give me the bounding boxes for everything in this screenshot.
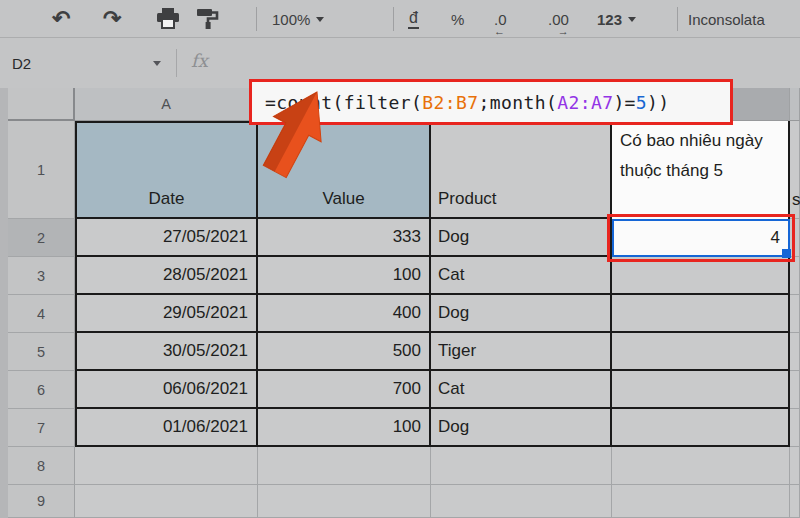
cell-c1[interactable]: Product bbox=[431, 121, 612, 219]
toolbar-divider bbox=[256, 7, 257, 31]
font-select[interactable]: Inconsolata bbox=[688, 0, 800, 38]
cell-e2[interactable] bbox=[790, 219, 800, 257]
undo-button[interactable]: ↶ bbox=[52, 0, 70, 38]
print-button[interactable] bbox=[156, 0, 180, 38]
cell-a3[interactable]: 28/05/2021 bbox=[75, 257, 258, 295]
row-header-7[interactable]: 7 bbox=[8, 409, 75, 447]
decrease-decimal-button[interactable]: .0← bbox=[494, 0, 507, 38]
cell-a4[interactable]: 29/05/2021 bbox=[75, 295, 258, 333]
percent-icon: % bbox=[451, 11, 464, 28]
cell-b3[interactable]: 100 bbox=[258, 257, 431, 295]
decrease-decimal-icon: .0← bbox=[494, 11, 507, 28]
zoom-label: 100% bbox=[272, 11, 310, 28]
row-header-6[interactable]: 6 bbox=[8, 371, 75, 409]
cell-b8[interactable] bbox=[258, 447, 431, 485]
cell-c7[interactable]: Dog bbox=[431, 409, 612, 447]
cell-c5[interactable]: Tiger bbox=[431, 333, 612, 371]
cell-d8[interactable] bbox=[612, 447, 790, 485]
currency-format-button[interactable]: đ bbox=[408, 0, 419, 38]
chevron-down-icon bbox=[316, 17, 324, 22]
cell-c9[interactable] bbox=[431, 485, 612, 518]
window-edge bbox=[0, 88, 8, 518]
cell-c3[interactable]: Cat bbox=[431, 257, 612, 295]
percent-format-button[interactable]: % bbox=[451, 0, 464, 38]
increase-decimal-icon: .00→ bbox=[548, 11, 569, 28]
formula-segment: ;month( bbox=[479, 92, 558, 113]
currency-icon: đ bbox=[408, 9, 419, 29]
cell-e8[interactable] bbox=[790, 447, 800, 485]
formula-segment: =count(filter( bbox=[265, 92, 422, 113]
cell-d9[interactable] bbox=[612, 485, 790, 518]
cell-c2[interactable]: Dog bbox=[431, 219, 612, 257]
cell-d7[interactable] bbox=[612, 409, 790, 447]
row-header-3[interactable]: 3 bbox=[8, 257, 75, 295]
cell-e7[interactable] bbox=[790, 409, 800, 447]
fx-icon: fx bbox=[191, 50, 208, 71]
print-icon bbox=[156, 8, 180, 30]
cell-c8[interactable] bbox=[431, 447, 612, 485]
font-name-label: Inconsolata bbox=[688, 11, 765, 28]
cell-a1[interactable]: Date bbox=[75, 121, 258, 219]
row-header-4[interactable]: 4 bbox=[8, 295, 75, 333]
cell-e6[interactable] bbox=[790, 371, 800, 409]
toolbar-divider bbox=[393, 7, 394, 31]
column-header-e[interactable] bbox=[790, 88, 800, 121]
cell-e9[interactable] bbox=[790, 485, 800, 518]
cell-d1[interactable]: Có bao nhiêu ngày thuộc tháng 5 bbox=[612, 121, 790, 219]
formula-range-b: B2:B7 bbox=[422, 92, 478, 113]
cell-a5[interactable]: 30/05/2021 bbox=[75, 333, 258, 371]
cell-c6[interactable]: Cat bbox=[431, 371, 612, 409]
row-header-2[interactable]: 2 bbox=[8, 219, 75, 257]
chevron-down-icon bbox=[628, 17, 636, 22]
formula-highlight-annotation: =count(filter(B2:B7;month(A2:A7)=5)) bbox=[249, 79, 733, 125]
column-header-a[interactable]: A bbox=[75, 88, 258, 121]
cell-e1[interactable]: s bbox=[790, 121, 800, 219]
spreadsheet-app: ↶ ↷ 100% đ % bbox=[0, 0, 800, 518]
formula-range-a: A2:A7 bbox=[557, 92, 613, 113]
row-header-9[interactable]: 9 bbox=[8, 485, 75, 518]
formula-bar-row: D2 fx =count(filter(B2:B7;month(A2:A7)=5… bbox=[0, 38, 800, 88]
paint-format-button[interactable] bbox=[197, 0, 219, 38]
name-box[interactable]: D2 bbox=[12, 38, 31, 88]
more-formats-button[interactable]: 123 bbox=[597, 0, 636, 38]
name-box-value: D2 bbox=[12, 55, 31, 72]
cell-a2[interactable]: 27/05/2021 bbox=[75, 219, 258, 257]
toolbar-divider bbox=[677, 7, 678, 31]
cell-e5[interactable] bbox=[790, 333, 800, 371]
cell-b4[interactable]: 400 bbox=[258, 295, 431, 333]
cell-b5[interactable]: 500 bbox=[258, 333, 431, 371]
formula-bar-divider bbox=[176, 49, 177, 77]
fill-handle[interactable] bbox=[782, 249, 791, 258]
chevron-down-icon[interactable] bbox=[153, 61, 161, 66]
cell-b6[interactable]: 700 bbox=[258, 371, 431, 409]
formula-input[interactable]: =count(filter(B2:B7;month(A2:A7)=5)) bbox=[252, 92, 670, 113]
cell-c4[interactable]: Dog bbox=[431, 295, 612, 333]
cell-a6[interactable]: 06/06/2021 bbox=[75, 371, 258, 409]
formula-number: 5 bbox=[636, 92, 647, 113]
cell-a9[interactable] bbox=[75, 485, 258, 518]
cell-e4[interactable] bbox=[790, 295, 800, 333]
cell-d5[interactable] bbox=[612, 333, 790, 371]
row-header-1[interactable]: 1 bbox=[8, 121, 75, 219]
cell-d2-selected[interactable]: 4 bbox=[612, 219, 790, 257]
cell-b9[interactable] bbox=[258, 485, 431, 518]
selected-cell-value: 4 bbox=[771, 228, 780, 248]
cell-d4[interactable] bbox=[612, 295, 790, 333]
cell-a8[interactable] bbox=[75, 447, 258, 485]
row-header-8[interactable]: 8 bbox=[8, 447, 75, 485]
cell-d6[interactable] bbox=[612, 371, 790, 409]
cell-b2[interactable]: 333 bbox=[258, 219, 431, 257]
cell-b7[interactable]: 100 bbox=[258, 409, 431, 447]
cell-d3[interactable] bbox=[612, 257, 790, 295]
toolbar: ↶ ↷ 100% đ % bbox=[0, 0, 800, 38]
paint-format-icon bbox=[197, 8, 219, 30]
cell-e3[interactable] bbox=[790, 257, 800, 295]
cell-a7[interactable]: 01/06/2021 bbox=[75, 409, 258, 447]
more-formats-icon: 123 bbox=[597, 11, 622, 28]
increase-decimal-button[interactable]: .00→ bbox=[548, 0, 569, 38]
redo-button[interactable]: ↷ bbox=[103, 0, 121, 38]
select-all-corner[interactable] bbox=[8, 88, 75, 121]
cell-b1[interactable]: Value bbox=[258, 121, 431, 219]
zoom-select[interactable]: 100% bbox=[272, 0, 324, 38]
row-header-5[interactable]: 5 bbox=[8, 333, 75, 371]
